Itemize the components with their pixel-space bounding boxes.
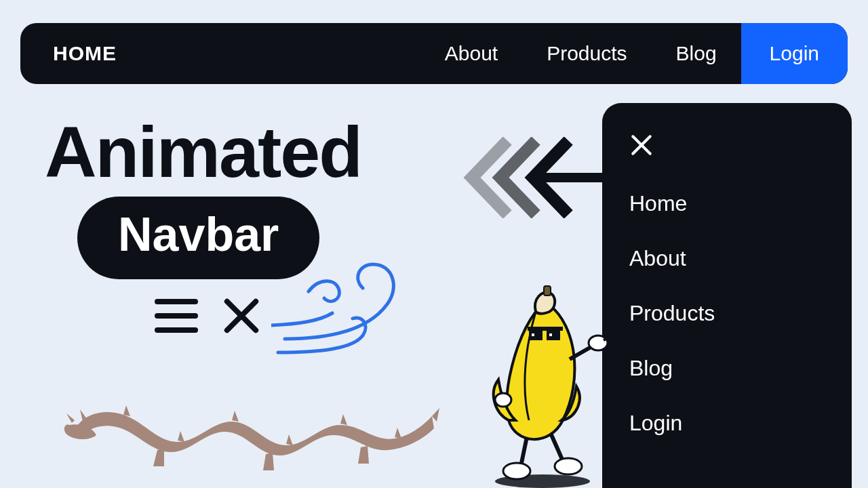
svg-rect-11	[549, 333, 552, 336]
dragon-illustration	[62, 367, 442, 476]
nav-item-products[interactable]: Products	[522, 23, 651, 84]
svg-rect-10	[532, 333, 534, 336]
hamburger-icon[interactable]	[155, 299, 198, 333]
svg-point-6	[495, 393, 511, 407]
side-drawer: Home About Products Blog Login	[602, 103, 852, 488]
nav-home-link[interactable]: HOME	[53, 42, 117, 65]
drawer-item-about[interactable]: About	[629, 231, 825, 286]
svg-point-3	[555, 458, 582, 474]
nav-right-group: About Products Blog Login	[420, 23, 848, 84]
drawer-close-button[interactable]	[629, 133, 654, 157]
drawer-item-blog[interactable]: Blog	[629, 341, 825, 396]
headline-animated: Animated	[45, 111, 361, 193]
nav-item-blog[interactable]: Blog	[652, 23, 741, 84]
svg-point-5	[589, 336, 608, 350]
svg-rect-9	[547, 331, 560, 340]
svg-rect-7	[528, 327, 563, 331]
close-icon[interactable]	[224, 298, 259, 333]
svg-rect-8	[529, 331, 542, 340]
drawer-item-login[interactable]: Login	[629, 396, 825, 451]
nav-item-login[interactable]: Login	[741, 23, 848, 84]
icon-row	[155, 298, 259, 333]
drawer-item-products[interactable]: Products	[629, 286, 825, 341]
nav-item-about[interactable]: About	[420, 23, 522, 84]
pill-text-navbar: Navbar	[118, 207, 279, 262]
svg-point-2	[503, 463, 530, 479]
top-navbar: HOME About Products Blog Login	[20, 23, 848, 84]
svg-rect-4	[544, 286, 551, 296]
drawer-item-home[interactable]: Home	[629, 176, 825, 231]
banana-character-illustration	[468, 285, 610, 488]
chevron-left-arrow-icon	[461, 137, 610, 218]
wind-swirl-icon	[271, 251, 420, 373]
